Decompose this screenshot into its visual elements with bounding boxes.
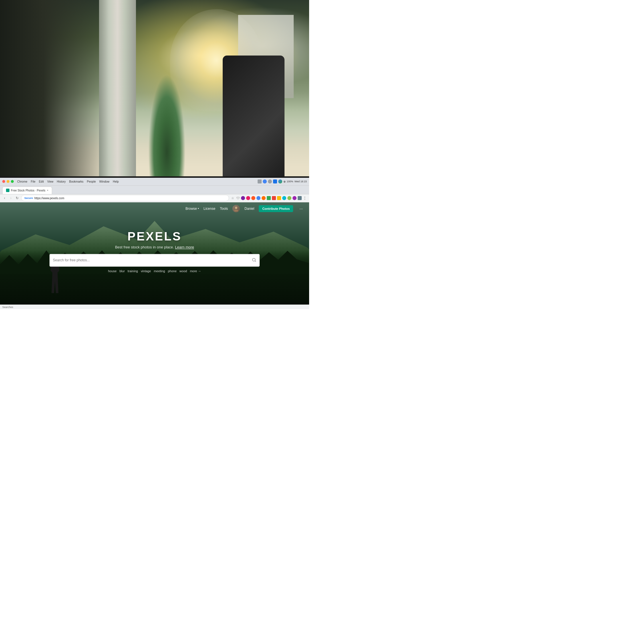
learn-more-link[interactable]: Learn more xyxy=(175,245,194,250)
ext-icon-2[interactable] xyxy=(246,196,250,200)
ext-icon-6[interactable] xyxy=(267,196,271,200)
reload-button[interactable]: ↻ xyxy=(15,196,19,200)
traffic-lights xyxy=(2,180,14,183)
svg-point-1 xyxy=(234,210,238,212)
battery-percentage: 100% xyxy=(287,180,293,183)
tag-wood[interactable]: wood xyxy=(179,270,187,273)
contribute-photos-button[interactable]: Contribute Photos xyxy=(259,205,293,212)
sys-icon-4[interactable] xyxy=(273,179,277,183)
tag-phone[interactable]: phone xyxy=(168,270,177,273)
active-tab[interactable]: Free Stock Photos · Pexels × xyxy=(2,187,52,194)
menu-help[interactable]: Help xyxy=(113,180,119,183)
menu-chrome[interactable]: Chrome xyxy=(17,180,27,183)
ext-icon-1[interactable] xyxy=(241,196,245,200)
svg-line-3 xyxy=(255,261,256,262)
tab-title: Free Stock Photos · Pexels xyxy=(11,189,46,192)
more-options-icon[interactable]: ⋮ xyxy=(303,196,307,200)
menu-people[interactable]: People xyxy=(87,180,96,183)
url-bar[interactable]: Secure https://www.pexels.com xyxy=(21,195,229,201)
ext-icon-8[interactable] xyxy=(277,196,281,200)
bookmark-star-icon[interactable]: ☆ xyxy=(231,196,235,200)
sys-icon-3[interactable] xyxy=(268,179,272,183)
browse-arrow-icon: ▾ xyxy=(198,207,199,210)
ext-icon-7[interactable] xyxy=(272,196,276,200)
monitor-screen: Chrome File Edit View History Bookmarks … xyxy=(0,178,309,309)
tools-link[interactable]: Tools xyxy=(220,207,228,211)
close-button[interactable] xyxy=(2,180,5,183)
chrome-tabbar: Free Stock Photos · Pexels × xyxy=(0,186,309,194)
back-button[interactable]: ‹ xyxy=(2,196,7,200)
sys-icon-1[interactable] xyxy=(258,179,262,183)
ext-icon-5[interactable] xyxy=(262,196,266,200)
ext-icon-12[interactable] xyxy=(298,196,302,200)
maximize-button[interactable] xyxy=(11,180,14,183)
svg-point-2 xyxy=(252,258,255,261)
sys-icon-5[interactable] xyxy=(278,179,282,183)
svg-point-0 xyxy=(235,207,237,209)
dark-left-area xyxy=(0,0,108,185)
system-icons: ⊕ 100% Wed 16:15 xyxy=(258,179,307,183)
menu-edit[interactable]: Edit xyxy=(39,180,44,183)
tab-favicon xyxy=(6,189,9,192)
ext-icon-11[interactable] xyxy=(293,196,297,200)
search-icon[interactable] xyxy=(252,258,256,263)
username-label[interactable]: Daniel xyxy=(244,207,254,211)
search-input[interactable] xyxy=(53,258,252,262)
ext-icon-4[interactable] xyxy=(256,196,260,200)
url-text: https://www.pexels.com xyxy=(34,197,64,200)
search-bar[interactable] xyxy=(50,254,260,267)
license-link[interactable]: License xyxy=(204,207,215,211)
tag-vintage[interactable]: vintage xyxy=(141,270,151,273)
sys-icon-wifi: ⊕ xyxy=(283,180,286,183)
status-text: Searches xyxy=(2,306,13,309)
pexels-website: Browse ▾ License Tools Daniel Contribute… xyxy=(0,202,309,309)
tag-blur[interactable]: blur xyxy=(119,270,125,273)
tag-more[interactable]: more → xyxy=(190,270,201,273)
secure-badge: Secure xyxy=(24,197,33,199)
tag-training[interactable]: training xyxy=(128,270,138,273)
tag-meeting[interactable]: meeting xyxy=(154,270,165,273)
minimize-button[interactable] xyxy=(7,180,9,183)
hero-center-content: PEXELS Best free stock photos in one pla… xyxy=(31,230,278,273)
address-bar-right-icons: ☆ 🛡 ⋮ xyxy=(231,196,307,200)
tab-close-button[interactable]: × xyxy=(47,189,48,192)
clock: Wed 16:15 xyxy=(295,180,307,183)
menu-bookmarks[interactable]: Bookmarks xyxy=(69,180,84,183)
search-tags: house blur training vintage meeting phon… xyxy=(31,270,278,273)
chrome-titlebar: Chrome File Edit View History Bookmarks … xyxy=(0,178,309,186)
monitor-bezel: Chrome File Edit View History Bookmarks … xyxy=(0,176,309,309)
ext-icon-10[interactable] xyxy=(287,196,291,200)
browse-menu[interactable]: Browse ▾ xyxy=(185,207,199,211)
ext-icon-3[interactable] xyxy=(251,196,255,200)
menu-file[interactable]: File xyxy=(31,180,35,183)
pexels-logo: PEXELS xyxy=(31,230,278,244)
office-background xyxy=(0,0,309,185)
pexels-navbar: Browse ▾ License Tools Daniel Contribute… xyxy=(0,202,309,215)
chrome-addressbar: ‹ › ↻ Secure https://www.pexels.com ☆ 🛡 xyxy=(0,194,309,202)
user-avatar[interactable] xyxy=(232,205,240,212)
ext-icon-9[interactable] xyxy=(282,196,286,200)
chrome-menu: Chrome File Edit View History Bookmarks … xyxy=(17,180,119,183)
chair-silhouette xyxy=(223,56,285,185)
chrome-status-bar: Searches xyxy=(0,305,309,309)
nav-more-button[interactable]: ··· xyxy=(298,206,305,212)
system-info: ⊕ 100% Wed 16:15 xyxy=(258,179,307,183)
plant-silhouette xyxy=(148,74,185,185)
shield-icon[interactable]: 🛡 xyxy=(236,196,240,200)
menu-history[interactable]: History xyxy=(57,180,66,183)
browse-label: Browse xyxy=(185,207,197,211)
pexels-hero: Browse ▾ License Tools Daniel Contribute… xyxy=(0,202,309,309)
menu-view[interactable]: View xyxy=(47,180,54,183)
forward-button[interactable]: › xyxy=(9,196,13,200)
tag-house[interactable]: house xyxy=(108,270,116,273)
hero-subtitle: Best free stock photos in one place. Lea… xyxy=(31,245,278,250)
sys-icon-2[interactable] xyxy=(263,179,267,183)
menu-window[interactable]: Window xyxy=(99,180,110,183)
